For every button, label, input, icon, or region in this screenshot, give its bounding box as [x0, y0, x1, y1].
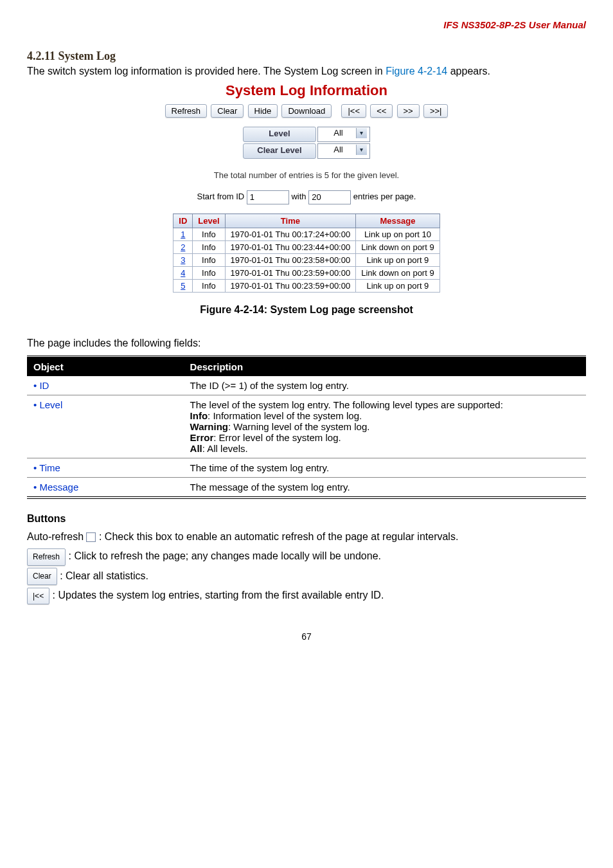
entries-count-note: The total number of entries is 5 for the…	[164, 170, 449, 180]
chevron-down-icon: ▾	[356, 128, 367, 138]
desc-object-level: • Level	[27, 395, 184, 458]
intro-text-a: The switch system log information is pro…	[27, 66, 386, 77]
log-time-cell: 1970-01-01 Thu 00:23:59+00:00	[225, 267, 356, 280]
log-col-level: Level	[193, 214, 225, 228]
log-col-message: Message	[356, 214, 440, 228]
log-level-cell: Info	[193, 267, 225, 280]
level-select[interactable]: All▾	[317, 127, 370, 142]
first-desc: : Updates the system log entries, starti…	[53, 590, 384, 601]
desc-text-message: The message of the system log entry.	[184, 478, 586, 498]
buttons-text-block: Auto-refresh : Check this box to enable …	[27, 527, 586, 606]
hide-button[interactable]: Hide	[248, 104, 278, 118]
log-id-link[interactable]: 1	[173, 228, 193, 241]
entries-per-page-input[interactable]: 20	[308, 190, 351, 204]
log-level-cell: Info	[193, 228, 225, 241]
log-level-cell: Info	[193, 254, 225, 267]
desc-text-level: The level of the system log entry. The f…	[184, 395, 586, 458]
desc-level-info-t: : Information level of the system log.	[208, 410, 362, 421]
log-id-link[interactable]: 3	[173, 254, 193, 267]
log-table: ID Level Time Message 1 Info 1970-01-01 …	[173, 213, 440, 293]
autorefresh-text-a: Auto-refresh	[27, 531, 86, 542]
figure-caption-label: Figure 4-2-14:	[200, 304, 267, 315]
clear-desc: : Clear all statistics.	[60, 570, 148, 581]
clear-level-select-value: All	[333, 145, 342, 154]
log-id-link[interactable]: 2	[173, 241, 193, 254]
first-page-button[interactable]: |<<	[341, 104, 366, 118]
level-button[interactable]: Level	[243, 127, 316, 142]
desc-level-info-b: Info	[190, 410, 208, 421]
start-row-controls: Start from ID 1 with 20 entries per page…	[164, 190, 449, 204]
refresh-desc: : Click to refresh the page; any changes…	[68, 550, 381, 561]
start-from-label-c: entries per page.	[353, 192, 416, 201]
log-level-cell: Info	[193, 241, 225, 254]
log-time-cell: 1970-01-01 Thu 00:17:24+00:00	[225, 228, 356, 241]
start-from-label-b: with	[291, 192, 308, 201]
figure-caption: Figure 4-2-14: System Log page screensho…	[27, 304, 586, 316]
log-row: 3 Info 1970-01-01 Thu 00:23:58+00:00 Lin…	[173, 254, 440, 267]
first-button-inline[interactable]: |<<	[27, 588, 49, 605]
download-button[interactable]: Download	[281, 104, 332, 118]
desc-level-all-t: : All levels.	[202, 443, 248, 454]
figure-title: System Log Information	[164, 82, 449, 99]
desc-level-warn-t: : Warning level of the system log.	[228, 421, 369, 432]
desc-row: • ID The ID (>= 1) of the system log ent…	[27, 376, 586, 395]
prev-page-button[interactable]: <<	[370, 104, 393, 118]
desc-level-error-b: Error	[190, 432, 214, 443]
log-message-cell: Link up on port 9	[356, 280, 440, 293]
auto-refresh-checkbox[interactable]	[86, 532, 96, 542]
log-id-link[interactable]: 4	[173, 267, 193, 280]
log-time-cell: 1970-01-01 Thu 00:23:44+00:00	[225, 241, 356, 254]
desc-level-error-t: : Error level of the system log.	[213, 432, 341, 443]
log-time-cell: 1970-01-01 Thu 00:23:58+00:00	[225, 254, 356, 267]
header-product-name: IFS NS3502-8P-2S User Manual	[27, 19, 586, 30]
log-message-cell: Link down on port 9	[356, 267, 440, 280]
desc-text-id: The ID (>= 1) of the system log entry.	[184, 376, 586, 395]
desc-object-message: • Message	[27, 478, 184, 498]
intro-figure-ref: Figure 4-2-14	[386, 66, 447, 77]
log-row: 5 Info 1970-01-01 Thu 00:23:59+00:00 Lin…	[173, 280, 440, 293]
buttons-heading: Buttons	[27, 513, 586, 525]
next-page-button[interactable]: >>	[397, 104, 420, 118]
desc-row: • Time The time of the system log entry.	[27, 458, 586, 478]
section-heading: 4.2.11 System Log	[27, 50, 586, 63]
desc-level-intro: The level of the system log entry. The f…	[190, 399, 503, 410]
description-table: Object Description • ID The ID (>= 1) of…	[27, 356, 586, 499]
desc-object-time: • Time	[27, 458, 184, 478]
log-col-time: Time	[225, 214, 356, 228]
log-time-cell: 1970-01-01 Thu 00:23:59+00:00	[225, 280, 356, 293]
log-id-link[interactable]: 5	[173, 280, 193, 293]
log-message-cell: Link up on port 9	[356, 254, 440, 267]
log-row: 1 Info 1970-01-01 Thu 00:17:24+00:00 Lin…	[173, 228, 440, 241]
desc-level-all-b: All	[190, 443, 202, 454]
clear-button-inline[interactable]: Clear	[27, 568, 57, 585]
clear-level-select[interactable]: All▾	[317, 143, 370, 159]
figure-caption-text: System Log page screenshot	[267, 304, 413, 315]
desc-col-description: Description	[184, 357, 586, 376]
desc-object-id: • ID	[27, 376, 184, 395]
desc-row: • Message The message of the system log …	[27, 478, 586, 498]
autorefresh-text-b: : Check this box to enable an automatic …	[99, 531, 458, 542]
last-page-button[interactable]: >>|	[423, 104, 449, 118]
log-level-cell: Info	[193, 280, 225, 293]
log-row: 4 Info 1970-01-01 Thu 00:23:59+00:00 Lin…	[173, 267, 440, 280]
chevron-down-icon: ▾	[356, 145, 367, 155]
log-message-cell: Link up on port 10	[356, 228, 440, 241]
log-message-cell: Link down on port 9	[356, 241, 440, 254]
fields-intro: The page includes the following fields:	[27, 338, 586, 349]
log-col-id: ID	[173, 214, 193, 228]
figure-toolbar: Refresh Clear Hide Download |<< << >> >>…	[164, 104, 449, 118]
refresh-button[interactable]: Refresh	[165, 104, 208, 118]
intro-paragraph: The switch system log information is pro…	[27, 66, 586, 77]
clear-level-button[interactable]: Clear Level	[243, 143, 316, 159]
system-log-figure: System Log Information Refresh Clear Hid…	[163, 81, 450, 298]
page-number: 67	[27, 631, 586, 642]
start-from-label-a: Start from ID	[197, 192, 247, 201]
desc-row: • Level The level of the system log entr…	[27, 395, 586, 458]
clear-button[interactable]: Clear	[211, 104, 244, 118]
desc-level-warn-b: Warning	[190, 421, 228, 432]
start-id-input[interactable]: 1	[247, 190, 289, 204]
desc-col-object: Object	[27, 357, 184, 376]
refresh-button-inline[interactable]: Refresh	[27, 548, 66, 566]
desc-text-time: The time of the system log entry.	[184, 458, 586, 478]
level-select-value: All	[333, 128, 342, 138]
